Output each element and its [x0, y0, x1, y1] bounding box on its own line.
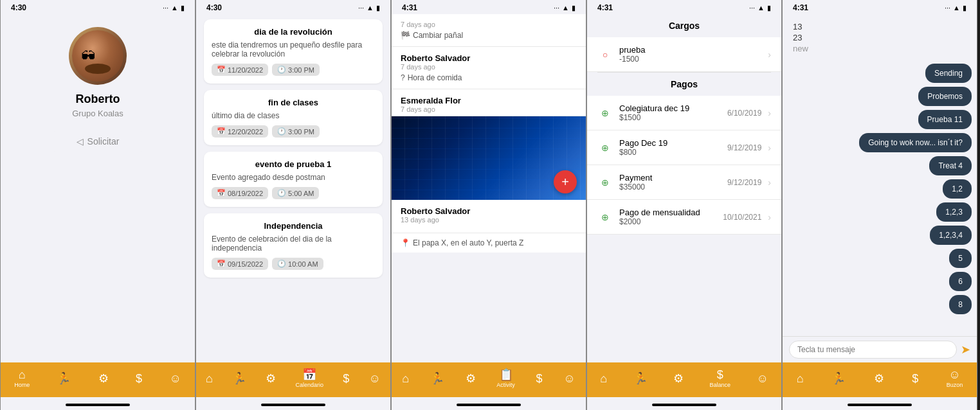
dollar-icon-3: $ — [536, 373, 542, 384]
pago-icon-1: ⊕ — [597, 105, 613, 121]
msg-1[interactable]: Sending — [925, 64, 972, 83]
battery-icon-2: ▮ — [376, 4, 380, 12]
solicitar-button[interactable]: ◁ Solicitar — [51, 131, 145, 152]
battery-icon-5: ▮ — [963, 4, 966, 12]
event-card-4: Independencia Evento de celebración del … — [204, 213, 383, 278]
pago-item-1[interactable]: ⊕ Colegiatura dec 19 $1500 6/10/2019 › — [587, 96, 781, 130]
pago-info-1: Colegiatura dec 19 $1500 — [619, 103, 721, 122]
face-icon-3: ☺ — [563, 373, 575, 384]
activity-item-3: Esmeralda Flor 7 days ago — [392, 89, 586, 116]
bottom-nav-4: ⌂ 🏃 ⚙ $ Balance ☺ — [587, 362, 781, 397]
nav2-calendar[interactable]: 📅 Calendario — [296, 369, 324, 388]
nav4-run[interactable]: 🏃 — [633, 373, 648, 384]
msg-4[interactable]: Going to wok now... isn´t it? — [859, 133, 972, 152]
nav3-buzon[interactable]: ☺ — [563, 373, 575, 384]
face-icon: ☺ — [169, 373, 181, 384]
nav2-run[interactable]: 🏃 — [232, 373, 246, 384]
pago-amount-3: $35000 — [619, 183, 721, 192]
nav4-settings[interactable]: ⚙ — [673, 373, 684, 384]
status-bar-4: 4:31 ··· ▲ ▮ — [587, 0, 781, 14]
pago-amount-1: $1500 — [619, 113, 721, 122]
user-group: Grupo Koalas — [72, 109, 123, 118]
nav2-home[interactable]: ⌂ — [206, 373, 213, 384]
gear-icon: ⚙ — [98, 373, 109, 384]
nav4-buzon[interactable]: ☺ — [756, 373, 768, 384]
home-icon-5: ⌂ — [797, 373, 804, 384]
msg-7[interactable]: 1,2,3 — [936, 202, 972, 222]
nav2-balance[interactable]: $ — [343, 373, 349, 384]
calendar-icon-2: 📅 — [217, 127, 226, 136]
nav-settings[interactable]: ⚙ — [98, 373, 109, 384]
activity-item-1: 7 days ago 🏁 Cambiar pañal — [392, 14, 586, 47]
pago-chevron-1: › — [768, 108, 771, 118]
nav5-home[interactable]: ⌂ — [797, 373, 804, 384]
signal-icon: ··· — [163, 4, 168, 12]
nav-buzon[interactable]: ☺ — [169, 373, 181, 384]
home-icon-2: ⌂ — [206, 373, 213, 384]
msg-8[interactable]: 1,2,3,4 — [930, 226, 972, 245]
home-icon-4: ⌂ — [600, 373, 607, 384]
nav5-balance[interactable]: $ — [912, 373, 918, 384]
nav3-run[interactable]: 🏃 — [430, 373, 444, 384]
activity-place: 📍 El papa X, en el auto Y, puerta Z — [392, 233, 586, 253]
chat-input[interactable] — [789, 341, 957, 359]
nav5-buzon[interactable]: ☺ Buzon — [947, 369, 963, 388]
status-bar-2: 4:30 ··· ▲ ▮ — [196, 0, 390, 14]
nav4-balance[interactable]: $ Balance — [709, 369, 730, 388]
msg-10[interactable]: 6 — [949, 272, 972, 291]
gear-icon-2: ⚙ — [266, 373, 276, 384]
activity-time-4: 13 days ago — [401, 216, 577, 224]
add-activity-button[interactable]: + — [554, 170, 577, 193]
event-time-4: 🕐 10:00 AM — [272, 258, 323, 270]
pago-item-4[interactable]: ⊕ Pago de mensualidad $2000 10/10/2021 › — [587, 200, 781, 235]
pago-amount-2: $800 — [619, 148, 721, 157]
event-date-4: 📅 09/15/2022 — [212, 258, 268, 270]
msg-5[interactable]: Treat 4 — [929, 156, 972, 175]
signal-icon-5: ··· — [945, 4, 950, 12]
calendar-icon-4: 📅 — [217, 260, 226, 268]
status-icons-2: ··· ▲ ▮ — [358, 4, 380, 12]
pago-name-3: Payment — [619, 173, 721, 183]
nav4-home[interactable]: ⌂ — [600, 373, 607, 384]
pago-info-4: Pago de mensualidad $2000 — [619, 208, 716, 226]
activity-action-2: ? Hora de comida — [401, 73, 577, 82]
home-icon: ⌂ — [19, 369, 26, 380]
pago-item-2[interactable]: ⊕ Pago Dec 19 $800 9/12/2019 › — [587, 130, 781, 165]
balance-content: Cargos ○ prueba -1500 › Pagos ⊕ Colegiat… — [587, 14, 781, 410]
nav3-balance[interactable]: $ — [536, 373, 542, 384]
pago-item-3[interactable]: ⊕ Payment $35000 9/12/2019 › — [587, 165, 781, 200]
send-button[interactable]: ➤ — [961, 343, 970, 357]
nav-home[interactable]: ⌂ Home — [14, 369, 30, 388]
nav5-run[interactable]: 🏃 — [831, 373, 846, 384]
activity-action-1: 🏁 Cambiar pañal — [401, 31, 577, 40]
phone-home: 4:30 ··· ▲ ▮ Roberto Grupo Koalas ◁ Soli… — [0, 0, 195, 410]
cargo-item-1[interactable]: ○ prueba -1500 › — [587, 37, 781, 72]
nav-balance[interactable]: $ — [136, 373, 142, 384]
msg-11[interactable]: 8 — [949, 295, 972, 314]
nav2-buzon[interactable]: ☺ — [368, 373, 380, 384]
nav2-settings[interactable]: ⚙ — [266, 373, 276, 384]
pago-chevron-3: › — [768, 177, 771, 188]
nav3-home[interactable]: ⌂ — [402, 373, 409, 384]
home-content: Roberto Grupo Koalas ◁ Solicitar — [1, 14, 195, 410]
nav3-activity[interactable]: 📋 Activity — [496, 369, 515, 388]
balance-nav-icon: $ — [717, 369, 723, 380]
activity-item-2: Roberto Salvador 7 days ago ? Hora de co… — [392, 47, 586, 89]
pago-name-1: Colegiatura dec 19 — [619, 103, 721, 113]
buzon-nav-icon: ☺ — [948, 369, 960, 380]
msg-6[interactable]: 1,2 — [943, 179, 972, 199]
pago-chevron-4: › — [768, 212, 771, 222]
dollar-icon: $ — [136, 373, 142, 384]
event-title-2: fin de clases — [212, 98, 375, 107]
msg-3[interactable]: Prueba 11 — [918, 110, 972, 129]
msg-9[interactable]: 5 — [949, 249, 972, 268]
nav3-settings[interactable]: ⚙ — [466, 373, 476, 384]
buzon-num-23: 23 — [793, 33, 966, 42]
buzon-numbers: 13 23 new — [783, 19, 977, 61]
calendar-icon-3: 📅 — [217, 189, 226, 197]
msg-2[interactable]: Probemos — [918, 87, 972, 106]
nav5-settings[interactable]: ⚙ — [874, 373, 884, 384]
nav-run[interactable]: 🏃 — [57, 373, 71, 384]
time-3: 4:31 — [402, 3, 417, 12]
gear-icon-4: ⚙ — [673, 373, 684, 384]
